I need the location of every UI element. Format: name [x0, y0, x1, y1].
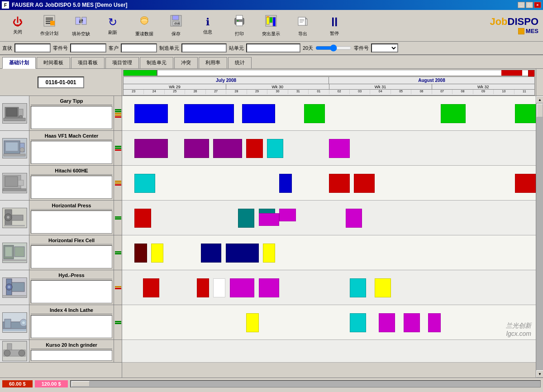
machine-list: Gary Tipp Haa	[0, 96, 122, 378]
status-input[interactable]	[14, 43, 51, 53]
gantt-block[interactable]	[346, 209, 362, 228]
gantt-block[interactable]	[242, 104, 275, 123]
highlight-btn[interactable]: 突出显示	[256, 12, 286, 40]
print-label: 打印	[235, 31, 244, 37]
gantt-row-1[interactable]	[122, 96, 536, 131]
gantt-block[interactable]	[213, 139, 242, 158]
machine-info: Kurso 20 Inch grinder	[29, 340, 114, 362]
gantt-block[interactable]	[329, 139, 350, 158]
gantt-row-3[interactable]	[122, 166, 536, 201]
gantt-block[interactable]	[238, 209, 255, 228]
reload-btn[interactable]: 重读数据	[129, 12, 160, 40]
export-btn[interactable]: 导出	[287, 12, 318, 40]
gantt-block[interactable]	[404, 313, 420, 332]
tab-project-mgmt[interactable]: 项目管理	[105, 57, 139, 68]
gantt-block[interactable]	[279, 174, 291, 193]
tab-manuf-unit[interactable]: 制造单元	[140, 57, 173, 68]
machine-detail	[31, 315, 112, 338]
gantt-block[interactable]	[213, 278, 225, 297]
gantt-block[interactable]	[134, 174, 155, 193]
machine-detail	[31, 245, 112, 268]
work-plan-btn[interactable]: 作业计划	[34, 12, 65, 40]
fill-gap-icon: ⇄	[75, 14, 87, 30]
manuf-input[interactable]	[181, 43, 227, 53]
minimize-button[interactable]: _	[518, 2, 525, 8]
gantt-block[interactable]	[201, 244, 222, 263]
gantt-block[interactable]	[134, 244, 147, 263]
partno-input[interactable]	[70, 43, 106, 53]
highlight-icon	[265, 14, 277, 30]
tab-stats[interactable]: 统计	[228, 57, 252, 68]
gantt-block[interactable]	[329, 174, 350, 193]
pause-btn[interactable]: ⏸ 暂停	[319, 12, 350, 40]
refresh-btn[interactable]: ↻ 刷新	[97, 12, 128, 40]
tab-time-board[interactable]: 时间看板	[37, 57, 70, 68]
gantt-block[interactable]	[259, 213, 280, 226]
scroll-up-button[interactable]: ▲	[536, 96, 543, 103]
gantt-block[interactable]	[226, 244, 259, 263]
gantt-block[interactable]	[134, 104, 167, 123]
days-slider[interactable]	[315, 44, 352, 52]
gantt-block[interactable]	[350, 278, 367, 297]
close-btn[interactable]: ⏻ 关闭	[2, 12, 33, 40]
gantt-block[interactable]	[246, 139, 263, 158]
gantt-row-7[interactable]: 兰光创新lgcx.com	[122, 305, 536, 340]
gantt-block[interactable]	[379, 313, 395, 332]
gantt-block[interactable]	[134, 209, 151, 228]
close-button[interactable]: ×	[534, 2, 541, 8]
gantt-block[interactable]	[197, 278, 209, 297]
gantt-row-5[interactable]	[122, 235, 536, 270]
gantt-block[interactable]	[263, 244, 275, 263]
svg-rect-49	[12, 215, 23, 220]
gantt-block[interactable]	[259, 278, 280, 297]
gantt-block[interactable]	[230, 278, 255, 297]
gantt-block[interactable]	[350, 313, 367, 332]
svg-point-72	[4, 350, 10, 356]
gantt-block[interactable]	[184, 104, 234, 123]
gantt-block[interactable]	[515, 104, 536, 123]
gantt-block[interactable]	[246, 313, 258, 332]
machine-detail	[31, 141, 112, 164]
gantt-block[interactable]	[151, 244, 163, 263]
info-btn[interactable]: ℹ 信息	[192, 12, 223, 40]
gantt-row-8[interactable]	[122, 340, 536, 363]
partno-dropdown[interactable]	[371, 43, 398, 53]
save-btn[interactable]: disk 保存	[161, 12, 191, 40]
gantt-block[interactable]	[134, 139, 167, 158]
scroll-thumb[interactable]	[537, 104, 543, 117]
machine-info: Gary Tipp	[29, 96, 114, 130]
vertical-scrollbar[interactable]: ▲ ▼	[536, 96, 543, 378]
svg-rect-35	[4, 118, 25, 121]
gantt-block[interactable]	[354, 174, 375, 193]
customer-input[interactable]	[121, 43, 157, 53]
gantt-block[interactable]	[428, 313, 440, 332]
gantt-block[interactable]	[304, 104, 325, 123]
station-input[interactable]	[246, 43, 300, 53]
gantt-block[interactable]	[143, 278, 160, 297]
gantt-block[interactable]	[267, 139, 284, 158]
tab-basic-plan[interactable]: 基础计划	[2, 57, 36, 69]
svg-rect-18	[237, 20, 238, 21]
gantt-block[interactable]	[441, 104, 466, 123]
toolbar: ⏻ 关闭 作业计划 ⇄ 填补空缺 ↻ 刷新	[0, 10, 543, 42]
gantt-block[interactable]	[279, 209, 296, 221]
horizontal-scrollbar[interactable]	[70, 380, 541, 387]
print-btn[interactable]: 打印	[224, 12, 255, 40]
week-29: Wk 29	[124, 84, 226, 89]
window-controls[interactable]: _ □ ×	[518, 2, 541, 8]
gantt-block[interactable]	[515, 174, 536, 193]
gantt-block[interactable]	[184, 139, 209, 158]
tab-project-board[interactable]: 项目看板	[71, 57, 105, 68]
scroll-h-thumb[interactable]	[71, 381, 90, 387]
tab-utilization[interactable]: 利用率	[199, 57, 227, 68]
fill-gap-btn[interactable]: ⇄ 填补空缺	[66, 12, 96, 40]
machine-thumb	[0, 305, 29, 339]
gantt-row-6[interactable]	[122, 270, 536, 305]
gantt-block[interactable]	[375, 278, 391, 297]
gantt-row-2[interactable]	[122, 131, 536, 166]
machine-thumb	[0, 201, 29, 235]
scroll-down-button[interactable]: ▼	[536, 370, 543, 378]
gantt-row-4[interactable]	[122, 201, 536, 235]
maximize-button[interactable]: □	[526, 2, 533, 8]
tab-conflict[interactable]: 冲突	[174, 57, 198, 68]
